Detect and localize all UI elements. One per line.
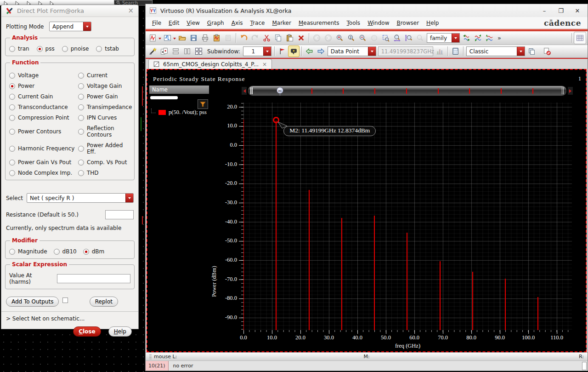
paste-button[interactable] — [284, 32, 295, 44]
copy-properties-button[interactable] — [526, 46, 537, 57]
edit-appearance-button[interactable] — [147, 46, 158, 57]
plot-area[interactable]: M2: 11.49199GHz 12.8374dBm — [243, 103, 572, 330]
prev-point-button[interactable] — [304, 46, 315, 57]
legend-scrollbar-thumb[interactable] — [150, 96, 178, 99]
slider-right-arrow-icon[interactable] — [568, 87, 573, 95]
radio-icon[interactable] — [78, 73, 84, 79]
vertical-split-button[interactable] — [181, 46, 193, 57]
nav-back-button[interactable] — [311, 32, 322, 44]
calculator-button[interactable] — [450, 46, 461, 57]
new-waveform-dropdown-arrow-icon[interactable] — [158, 38, 161, 41]
plotting-mode-select[interactable]: Append — [49, 22, 91, 31]
spectrum-stem[interactable] — [407, 233, 407, 330]
copy-button[interactable] — [272, 32, 284, 44]
menu-tools[interactable]: Tools — [343, 20, 364, 26]
radio-function-current-gain[interactable]: Current Gain — [9, 93, 78, 100]
radio-function-transimpedance[interactable]: Transimpedance — [78, 104, 132, 110]
new-subwindow-dropdown-arrow-icon[interactable] — [173, 38, 176, 41]
menu-browser[interactable]: Browser — [393, 20, 423, 26]
zoom-2x-button[interactable]: 2 — [345, 32, 357, 44]
menu-axis[interactable]: Axis — [228, 20, 247, 26]
radio-icon[interactable] — [9, 83, 15, 89]
new-subwindow-button[interactable] — [162, 32, 173, 44]
toolbar-overflow-chevron[interactable]: » — [495, 34, 503, 41]
slider-left-arrow-icon[interactable] — [242, 87, 247, 95]
flag-marker-button[interactable] — [277, 46, 288, 57]
radio-analysis-tstab[interactable]: tstab — [96, 46, 119, 52]
dialog-title-bar[interactable]: Direct Plot Form@orka × — [1, 5, 138, 17]
export-image-button[interactable] — [222, 32, 234, 44]
subwindow-grid-button[interactable] — [193, 46, 204, 57]
print-button[interactable] — [199, 32, 211, 44]
spectrum-stem[interactable] — [276, 120, 277, 330]
radio-function-power-gain-vs-pout[interactable]: Power Gain Vs Pout — [9, 159, 78, 166]
tab-close-icon[interactable]: × — [262, 61, 267, 68]
radio-icon[interactable] — [9, 46, 15, 52]
delete-button[interactable] — [295, 32, 307, 44]
style-dropdown[interactable]: Classic — [466, 46, 525, 56]
radio-icon[interactable] — [78, 104, 84, 110]
radio-modifier-dbm[interactable]: dBm — [83, 248, 105, 255]
radio-icon[interactable] — [9, 73, 15, 79]
menu-graph[interactable]: Graph — [204, 20, 228, 26]
resistance-input[interactable] — [105, 210, 134, 219]
pan-button[interactable] — [368, 32, 380, 44]
zoom-x-button[interactable] — [391, 32, 403, 44]
radio-icon[interactable] — [78, 129, 84, 135]
spectrum-stem[interactable] — [537, 297, 538, 330]
radio-function-voltage[interactable]: Voltage — [9, 72, 78, 79]
chart-update-button[interactable] — [484, 32, 495, 44]
clear-properties-button[interactable] — [541, 46, 553, 57]
menu-view[interactable]: View — [183, 20, 203, 26]
menu-file[interactable]: File — [148, 20, 165, 26]
radio-function-power-gain[interactable]: Power Gain — [78, 93, 132, 100]
radio-modifier-db10[interactable]: dB10 — [54, 248, 77, 255]
radio-function-current[interactable]: Current — [78, 72, 132, 79]
cut-button[interactable] — [261, 32, 272, 44]
datapoint-mode-dropdown[interactable]: Data Point — [328, 46, 376, 56]
redo-button[interactable] — [249, 32, 261, 44]
radio-function-transconductance[interactable]: Transconductance — [9, 104, 78, 110]
radio-icon[interactable] — [78, 170, 84, 176]
radio-icon[interactable] — [9, 115, 15, 121]
radio-icon[interactable] — [9, 94, 15, 100]
status-scroll-grip[interactable] — [582, 362, 587, 370]
menu-window[interactable]: Window — [364, 20, 393, 26]
radio-icon[interactable] — [78, 94, 84, 100]
close-button[interactable]: Close — [73, 326, 101, 337]
chart-swap-button[interactable] — [461, 32, 472, 44]
spectrum-stem[interactable] — [243, 120, 244, 330]
zoom-out-button[interactable] — [357, 32, 368, 44]
radio-modifier-magnitude[interactable]: Magnitude — [9, 248, 47, 255]
undo-button[interactable] — [238, 32, 249, 44]
chart-overlay-button[interactable] — [472, 32, 484, 44]
radio-icon[interactable] — [9, 249, 15, 255]
minimize-button[interactable]: – — [538, 7, 551, 14]
radio-icon[interactable] — [9, 170, 15, 176]
legend-item[interactable]: p(50. /Vout); pss — [151, 109, 207, 116]
radio-function-harmonic-frequency[interactable]: Harmonic Frequency — [9, 142, 78, 155]
radio-icon[interactable] — [9, 104, 15, 110]
save-button[interactable] — [188, 32, 199, 44]
zoom-region-button[interactable] — [380, 32, 391, 44]
horizontal-split-button[interactable] — [170, 46, 181, 57]
spectrum-stem[interactable] — [341, 218, 342, 330]
open-button[interactable] — [176, 32, 188, 44]
radio-function-compression-point[interactable]: Compression Point — [9, 114, 78, 121]
zoom-fit-button[interactable] — [414, 32, 426, 44]
spectrum-stem[interactable] — [440, 261, 441, 330]
radio-icon[interactable] — [78, 146, 84, 152]
close-window-button[interactable]: ✕ — [571, 7, 584, 14]
help-button[interactable]: Help — [108, 326, 132, 337]
radio-icon[interactable] — [62, 46, 68, 52]
radio-icon[interactable] — [96, 46, 102, 52]
menu-trace[interactable]: Trace — [247, 20, 269, 26]
label-callout-toggle-button[interactable] — [288, 46, 300, 57]
replot-button[interactable]: Replot — [90, 297, 118, 307]
select-net-dropdown[interactable]: Net ( specify R ) — [27, 193, 134, 203]
new-waveform-button[interactable] — [147, 32, 158, 44]
radio-function-reflection-contours[interactable]: Reflection Contours — [78, 125, 132, 138]
radio-analysis-tran[interactable]: tran — [9, 46, 29, 52]
radio-icon[interactable] — [78, 160, 84, 166]
next-point-button[interactable] — [315, 46, 327, 57]
